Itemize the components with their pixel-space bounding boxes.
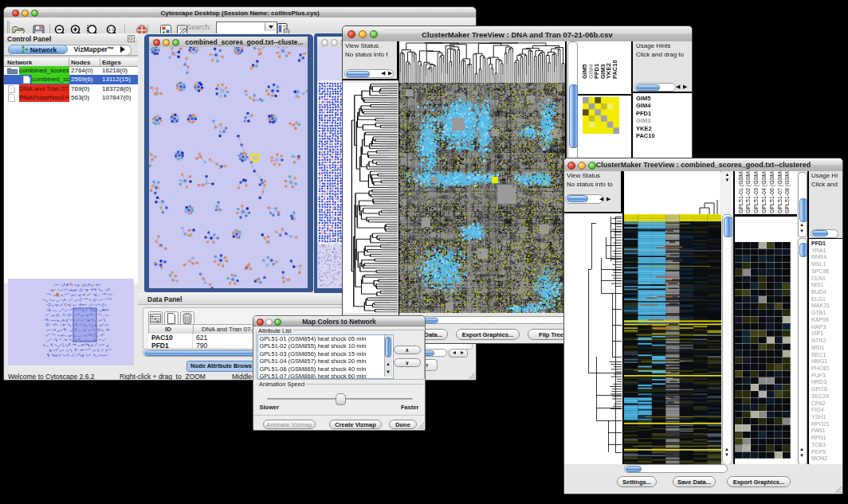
svg-text:1:1: 1:1: [108, 27, 115, 32]
